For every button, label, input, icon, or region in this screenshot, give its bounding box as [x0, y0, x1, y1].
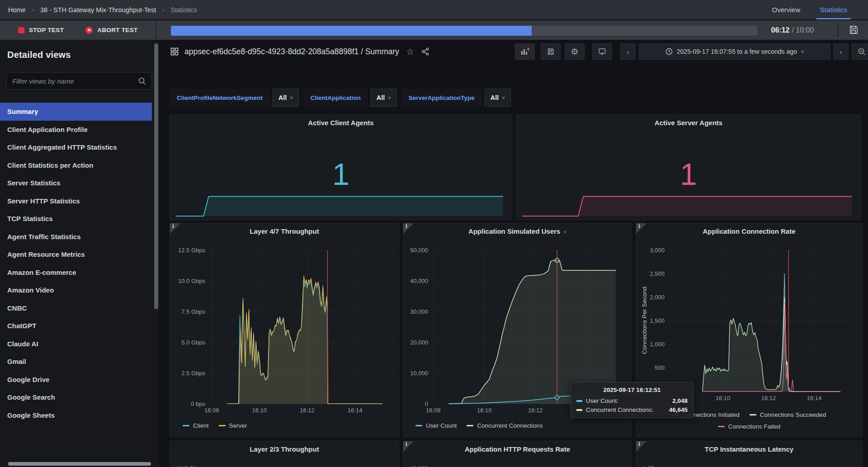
add-panel-button[interactable]: + — [515, 43, 535, 60]
breadcrumb-chevron-icon: › — [32, 6, 34, 13]
sidebar-item-gmail[interactable]: Gmail — [0, 353, 152, 371]
connection-rate-legend-row2[interactable]: Connections Failed — [636, 423, 862, 430]
panel-title[interactable]: Layer 2/3 Throughput — [170, 445, 399, 453]
svg-text:0 bps: 0 bps — [191, 401, 205, 407]
panel-title[interactable]: Application HTTP Requests Rate — [403, 445, 632, 453]
svg-text:5.0 Gbps: 5.0 Gbps — [181, 339, 205, 346]
panel-title[interactable]: TCP Instantaneous Latency — [636, 445, 862, 453]
svg-text:16:08: 16:08 — [204, 407, 219, 414]
svg-text:20,000: 20,000 — [410, 339, 428, 346]
svg-text:16:14: 16:14 — [807, 395, 822, 401]
save-results-icon[interactable] — [848, 24, 859, 37]
svg-text:16:14: 16:14 — [348, 407, 363, 414]
dashboard-title: appsec-ef6dc5e8-d95c-4923-8dd2-208a5a889… — [184, 47, 399, 57]
sidebar-item-agent-resource-metrics[interactable]: Agent Resource Metrics — [0, 245, 152, 264]
sidebar-item-client-aggregated-http-statistics[interactable]: Client Aggregated HTTP Statistics — [0, 138, 152, 156]
sidebar-item-server-http-statistics[interactable]: Server HTTP Statistics — [0, 192, 152, 210]
toolbar-divider — [838, 23, 839, 38]
clock-icon — [665, 48, 673, 55]
test-progress-bar — [171, 26, 757, 36]
breadcrumb-chevron-icon: › — [162, 6, 164, 13]
svg-text:16:12: 16:12 — [761, 395, 776, 401]
toolbar-divider — [156, 20, 156, 40]
panel-active-client-agents: Active Client Agents 1 — [170, 114, 512, 220]
sidebar-item-google-search[interactable]: Google Search — [0, 388, 152, 406]
sidebar-item-google-drive[interactable]: Google Drive — [0, 371, 152, 389]
apps-grid-icon[interactable] — [170, 47, 179, 56]
active-client-agents-sparkline — [170, 115, 512, 220]
svg-text:16:10: 16:10 — [252, 407, 267, 414]
filter-value-clientprofilenetworksegment[interactable]: All˅ — [273, 89, 299, 107]
sidebar-item-client-application-profile[interactable]: Client Application Profile — [0, 121, 152, 139]
save-dashboard-button[interactable] — [541, 43, 561, 60]
filter-views-input[interactable]: Filter views by name — [6, 72, 152, 90]
abort-test-button[interactable]: ✕ ABORT TEST — [85, 27, 137, 34]
sidebar-item-server-statistics[interactable]: Server Statistics — [0, 174, 152, 192]
svg-text:16:10: 16:10 — [477, 407, 492, 414]
sidebar-item-summary[interactable]: Summary — [0, 103, 152, 121]
svg-text:12.5 Gbps: 12.5 Gbps — [178, 247, 205, 254]
svg-text:16:10: 16:10 — [716, 395, 731, 401]
chevron-down-icon: ˅ — [801, 49, 804, 54]
test-time-display: 06:12/ 10:00 — [759, 20, 826, 40]
sidebar-item-amazon-e-commerce[interactable]: Amazon E-commerce — [0, 264, 152, 282]
svg-text:2,500: 2,500 — [650, 270, 665, 277]
sidebar-vertical-scrollbar[interactable] — [154, 43, 158, 309]
tab-overview[interactable]: Overview — [762, 0, 810, 19]
time-range-picker[interactable]: 2025-09-17 16:07:55 to a few seconds ago… — [639, 43, 830, 60]
time-forward-button[interactable]: › — [833, 43, 849, 60]
sidebar-item-amazon-video[interactable]: Amazon Video — [0, 281, 152, 299]
sidebar-item-agent-traffic-statistics[interactable]: Agent Traffic Statistics — [0, 228, 152, 246]
breadcrumb-bar: Home › 38 - STH Gateway Mix-Throughput-T… — [0, 0, 868, 19]
svg-text:0: 0 — [425, 401, 428, 407]
filter-label-serverapplicationtype[interactable]: ServerApplicationType — [401, 89, 482, 107]
breadcrumb-home[interactable]: Home — [8, 6, 26, 14]
detailed-views-sidebar: Detailed views Filter views by name Summ… — [0, 40, 159, 467]
panel-layer47-throughput: i Layer 4/7 Throughput 16:0816:1016:1216… — [170, 223, 399, 437]
partial-axis-label: 1.25 — [642, 465, 654, 467]
sidebar-horizontal-scrollbar[interactable] — [8, 462, 151, 466]
sidebar-item-client-statistics-per-action[interactable]: Client Statistics per Action — [0, 156, 152, 175]
dashboard-header: appsec-ef6dc5e8-d95c-4923-8dd2-208a5a889… — [159, 40, 512, 63]
filter-label-clientapplication[interactable]: ClientApplication — [303, 89, 368, 107]
layer47-legend[interactable]: ClientServer — [183, 422, 247, 429]
svg-text:1,500: 1,500 — [650, 317, 665, 324]
svg-text:10,000: 10,000 — [410, 370, 428, 377]
zoom-out-button[interactable] — [852, 43, 868, 60]
svg-text:2.5 Gbps: 2.5 Gbps — [181, 370, 205, 377]
dashboard-settings-button[interactable]: ⚙ — [565, 43, 585, 60]
breadcrumb-current: Statistics — [171, 6, 197, 14]
sidebar-item-tcp-statistics[interactable]: TCP Statistics — [0, 210, 152, 228]
tab-statistics[interactable]: Statistics — [810, 0, 857, 19]
svg-text:1,000: 1,000 — [650, 341, 665, 348]
filter-value-serverapplicationtype[interactable]: All˅ — [485, 89, 511, 107]
stop-icon — [18, 27, 24, 33]
breadcrumb-test[interactable]: 38 - STH Gateway Mix-Throughput-Test — [40, 6, 156, 14]
active-server-agents-sparkline — [516, 115, 861, 220]
svg-text:16:12: 16:12 — [528, 407, 543, 414]
filter-value-clientapplication[interactable]: All˅ — [371, 89, 397, 107]
panel-active-server-agents: Active Server Agents 1 — [516, 114, 861, 220]
share-icon[interactable] — [421, 47, 429, 56]
svg-text:50,000: 50,000 — [410, 247, 428, 254]
stop-test-button[interactable]: STOP TEST — [18, 27, 64, 33]
layer47-chart: 16:0816:1016:1216:140 bps2.5 Gbps5.0 Gbp… — [170, 223, 399, 437]
time-back-button[interactable]: ‹ — [620, 43, 636, 60]
sidebar-item-cnbc[interactable]: CNBC — [0, 299, 152, 317]
sidebar-item-claude-ai[interactable]: Claude AI — [0, 335, 152, 353]
star-icon[interactable]: ☆ — [406, 47, 414, 57]
filter-label-clientprofilenetworksegment[interactable]: ClientProfileNetworkSegment — [170, 89, 270, 107]
dashboard-filters: ClientProfileNetworkSegmentAll˅ClientApp… — [170, 89, 511, 107]
chart-tooltip: 2025-09-17 16:12:51 User Count:2,048Conc… — [571, 382, 693, 418]
svg-text:+: + — [527, 47, 530, 52]
simulated-users-legend[interactable]: User CountConcurrent Connections — [415, 422, 543, 429]
svg-text:40,000: 40,000 — [410, 278, 428, 284]
tv-mode-button[interactable] — [592, 43, 612, 60]
svg-text:30,000: 30,000 — [410, 308, 428, 315]
partial-axis-label: 12.5 Gb — [176, 465, 197, 467]
sidebar-item-google-sheets[interactable]: Google Sheets — [0, 406, 152, 425]
sidebar-item-chatgpt[interactable]: ChatGPT — [0, 317, 152, 335]
view-list: SummaryClient Application ProfileClient … — [0, 103, 152, 424]
svg-text:500: 500 — [655, 364, 665, 371]
sidebar-title: Detailed views — [0, 40, 159, 60]
